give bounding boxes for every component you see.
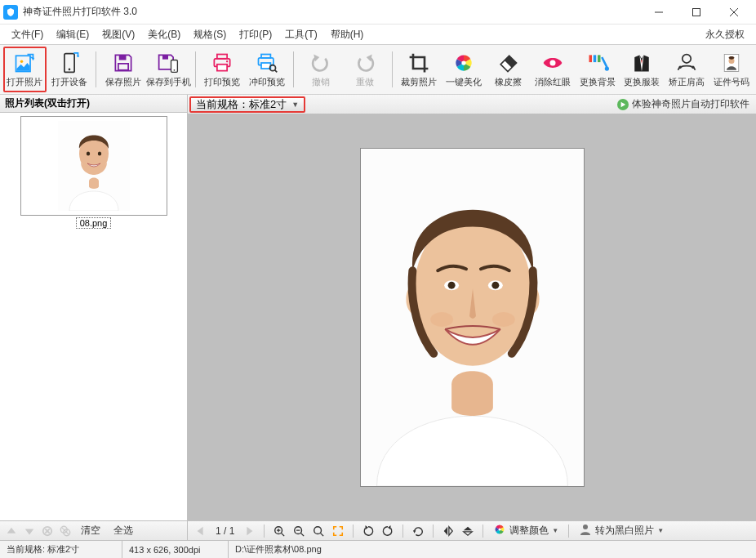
phone-icon <box>58 51 81 74</box>
svg-rect-11 <box>118 63 128 69</box>
menu-view[interactable]: 视图(V) <box>96 26 141 43</box>
svg-point-49 <box>447 282 455 289</box>
clear-button[interactable]: 清空 <box>75 522 106 539</box>
next-page-button[interactable] <box>241 523 257 539</box>
menu-beautify[interactable]: 美化(B) <box>141 26 187 43</box>
correct-shoulder-label: 矫正肩高 <box>669 76 705 88</box>
shoulder-icon <box>675 51 698 74</box>
spec-bar: 当前规格：标准2寸 ▼ 体验神奇照片自动打印软件 <box>188 95 756 114</box>
photo-preview <box>360 148 585 487</box>
remove-all-button[interactable] <box>57 523 73 539</box>
svg-point-35 <box>692 65 695 69</box>
crop-icon <box>407 51 430 74</box>
id-number-button[interactable]: 证件号码 <box>709 47 753 92</box>
open-device-button[interactable]: 打开设备 <box>48 47 91 92</box>
rotate-ccw-button[interactable] <box>360 523 376 539</box>
chevron-down-icon: ▼ <box>657 527 664 534</box>
spec-selector[interactable]: 当前规格：标准2寸 ▼ <box>189 96 305 113</box>
floppy-phone-icon <box>157 51 180 74</box>
flip-horizontal-button[interactable] <box>440 523 456 539</box>
eraser-button[interactable]: 橡皮擦 <box>487 47 530 92</box>
minimize-button[interactable] <box>640 0 678 25</box>
prev-page-button[interactable] <box>193 523 209 539</box>
stamp-preview-button[interactable]: 冲印预览 <box>246 47 289 92</box>
svg-point-18 <box>226 60 228 62</box>
menu-spec[interactable]: 规格(S) <box>187 26 233 43</box>
toolbar-separator <box>392 51 393 87</box>
undo-button[interactable]: 撤销 <box>299 47 342 92</box>
license-label: 永久授权 <box>699 26 751 43</box>
menu-edit[interactable]: 编辑(E) <box>50 26 96 43</box>
move-down-button[interactable] <box>21 523 38 539</box>
toolbar-separator <box>195 51 196 87</box>
select-all-button[interactable]: 全选 <box>108 522 139 539</box>
svg-point-34 <box>678 65 682 69</box>
remove-redeye-button[interactable]: 消除红眼 <box>531 47 575 92</box>
svg-point-33 <box>683 54 692 63</box>
flip-vertical-button[interactable] <box>460 523 476 539</box>
promo-link[interactable]: 体验神奇照片自动打印软件 <box>617 97 749 111</box>
crop-button[interactable]: 裁剪照片 <box>398 47 441 92</box>
svg-marker-77 <box>464 526 473 529</box>
move-up-button[interactable] <box>3 523 20 539</box>
menu-tool[interactable]: 工具(T) <box>278 26 323 43</box>
window-controls <box>640 0 753 25</box>
svg-rect-10 <box>118 55 126 60</box>
remove-redeye-label: 消除红眼 <box>535 76 571 88</box>
rotate-reset-button[interactable] <box>410 523 426 539</box>
photo-list-header: 照片列表(双击打开) <box>0 95 187 113</box>
svg-line-64 <box>282 533 285 536</box>
thumbnail-list[interactable]: 08.png <box>0 113 187 520</box>
close-button[interactable] <box>715 0 753 25</box>
svg-marker-62 <box>247 526 253 535</box>
change-bg-button[interactable]: 更换背景 <box>576 47 619 92</box>
correct-shoulder-button[interactable]: 矫正肩高 <box>665 47 709 92</box>
list-item[interactable]: 08.png <box>20 116 167 229</box>
status-dimensions: 413 x 626, 300dpi <box>122 541 229 558</box>
svg-point-40 <box>86 151 89 155</box>
svg-rect-29 <box>589 55 592 62</box>
adjust-color-button[interactable]: 调整颜色 ▼ <box>490 522 562 539</box>
zoom-in-button[interactable] <box>271 523 287 539</box>
svg-point-6 <box>20 60 24 63</box>
svg-marker-76 <box>449 526 452 535</box>
fit-screen-button[interactable] <box>330 523 346 539</box>
one-click-beauty-button[interactable]: 一键美化 <box>442 47 485 92</box>
color-wheel-icon <box>452 51 475 74</box>
save-to-phone-button[interactable]: 保存到手机 <box>146 47 190 92</box>
change-clothes-button[interactable]: 更换服装 <box>620 47 664 92</box>
photo-list-sidebar: 照片列表(双击打开) 08.png <box>0 95 188 520</box>
svg-line-23 <box>275 69 278 72</box>
floppy-icon <box>112 51 135 74</box>
menu-file[interactable]: 文件(F) <box>5 26 50 43</box>
adjust-color-label: 调整颜色 <box>509 524 549 538</box>
svg-line-60 <box>62 527 69 534</box>
zoom-actual-button[interactable] <box>310 523 327 539</box>
svg-rect-12 <box>162 55 168 59</box>
app-icon <box>3 5 18 20</box>
menu-print[interactable]: 打印(P) <box>233 26 278 43</box>
zoom-out-button[interactable] <box>291 523 307 539</box>
svg-point-52 <box>491 312 514 327</box>
menu-help[interactable]: 帮助(H) <box>324 26 371 43</box>
print-preview-button[interactable]: 打印预览 <box>201 47 244 92</box>
id-photo-icon <box>720 51 743 74</box>
toolbar-separator <box>402 525 403 538</box>
svg-point-14 <box>174 69 176 70</box>
save-photo-button[interactable]: 保存照片 <box>101 47 145 92</box>
maximize-button[interactable] <box>678 0 715 25</box>
chevron-down-icon: ▼ <box>552 527 558 534</box>
printer-search-icon <box>256 51 278 74</box>
canvas-area[interactable] <box>188 114 756 520</box>
to-bw-label: 转为黑白照片 <box>595 524 654 538</box>
save-to-phone-label: 保存到手机 <box>146 76 191 88</box>
promo-label: 体验神奇照片自动打印软件 <box>632 97 749 111</box>
eraser-icon <box>496 51 519 74</box>
rotate-cw-button[interactable] <box>380 523 396 539</box>
remove-item-button[interactable] <box>39 523 56 539</box>
open-device-label: 打开设备 <box>51 76 87 88</box>
open-photo-button[interactable]: 打开照片 <box>3 47 47 92</box>
to-bw-button[interactable]: 转为黑白照片 ▼ <box>576 522 667 539</box>
redo-button[interactable]: 重做 <box>344 47 387 92</box>
open-photo-icon <box>13 51 36 74</box>
